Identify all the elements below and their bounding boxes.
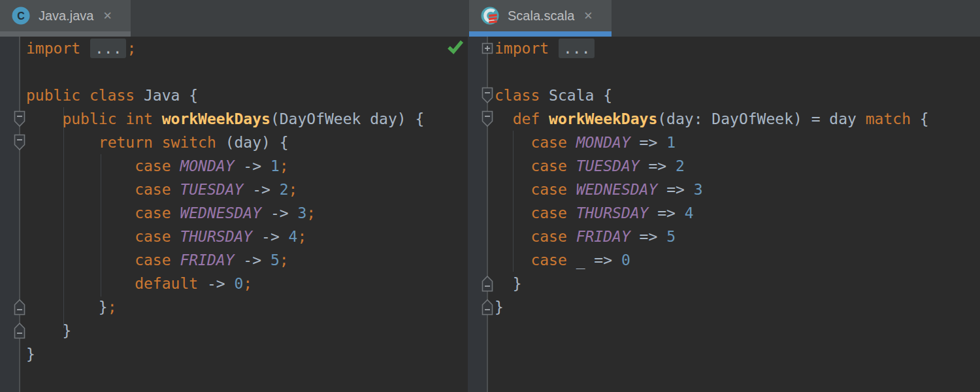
code-line[interactable]: case WEDNESDAY => 3 (495, 178, 980, 201)
code-token: ; (280, 252, 289, 269)
editor-tab-bar: C Java.java ✕ (0, 0, 468, 37)
svg-text:C: C (17, 10, 25, 22)
code-token: 5 (270, 252, 280, 269)
tab-label: Java.java (39, 8, 94, 24)
code-token: 4 (685, 204, 694, 221)
code-line[interactable]: case TUESDAY => 2 (495, 154, 980, 178)
code-token: } (26, 346, 35, 363)
code-area[interactable]: import ...class Scala { def workWeekDays… (489, 37, 980, 392)
tab-scala[interactable]: Scala.scala ✕ (469, 0, 612, 37)
code-line[interactable]: case _ => 0 (495, 248, 980, 272)
code-line[interactable]: public int workWeekDays(DayOfWeek day) { (26, 107, 468, 131)
code-line[interactable]: return switch (day) { (26, 131, 468, 154)
code-token: (DayOfWeek day) { (270, 110, 424, 127)
code-token: -> (261, 228, 289, 245)
close-icon[interactable]: ✕ (583, 10, 593, 22)
code-token: MONDAY (576, 134, 640, 151)
code-token: case (531, 204, 576, 221)
code-line[interactable] (495, 60, 980, 84)
code-line[interactable]: case FRIDAY => 5 (495, 225, 980, 248)
tab-label: Scala.scala (508, 8, 574, 24)
code-token: case (531, 228, 576, 245)
code-token: { (911, 110, 929, 127)
code-line[interactable]: case MONDAY -> 1; (26, 154, 468, 178)
code-line[interactable]: } (495, 295, 980, 319)
code-line[interactable]: case WEDNESDAY -> 3; (26, 201, 468, 225)
code-token: -> (243, 157, 270, 174)
code-token: def (513, 110, 549, 127)
code-token: WEDNESDAY (576, 181, 666, 198)
code-line[interactable]: case TUESDAY -> 2; (26, 178, 468, 201)
tab-body[interactable]: C Java.java ✕ (0, 0, 131, 31)
code-token: ; (297, 228, 306, 245)
code-token: 4 (289, 228, 298, 245)
code-token: case (531, 181, 576, 198)
code-token: } (495, 275, 522, 292)
code-line[interactable]: } (26, 319, 468, 342)
code-line[interactable]: case FRIDAY -> 5; (26, 248, 468, 272)
code-area[interactable]: import ...;public class Java { public in… (22, 37, 468, 392)
code-token: ; (289, 181, 298, 198)
code-line[interactable]: default -> 0; (26, 272, 468, 295)
code-token: -> (207, 275, 235, 292)
editor-java[interactable]: import ...;public class Java { public in… (0, 37, 468, 392)
tab-java[interactable]: C Java.java ✕ (0, 0, 131, 37)
code-line[interactable]: case THURSDAY => 4 (495, 201, 980, 225)
code-token: ; (280, 157, 289, 174)
code-token: return switch (99, 134, 225, 151)
code-token: -> (270, 204, 298, 221)
folded-code-region[interactable]: ... (559, 39, 595, 58)
code-token: case (135, 181, 180, 198)
code-token: => (648, 157, 676, 174)
code-token (26, 252, 135, 269)
code-line[interactable]: } (495, 272, 980, 295)
code-token: import (26, 40, 90, 57)
code-token (495, 157, 531, 174)
code-line[interactable]: class Scala { (495, 84, 980, 107)
code-token: -> (243, 252, 270, 269)
tab-body[interactable]: Scala.scala ✕ (469, 0, 612, 31)
code-token (26, 157, 135, 174)
code-line[interactable]: import ...; (26, 37, 468, 60)
code-token: default (135, 275, 207, 292)
code-token: TUESDAY (576, 157, 649, 174)
code-line[interactable]: case THURSDAY -> 4; (26, 225, 468, 248)
code-token: 3 (297, 204, 306, 221)
code-token: 1 (270, 157, 280, 174)
editor-scala[interactable]: import ...class Scala { def workWeekDays… (468, 37, 980, 392)
editor-tab-bar: Scala.scala ✕ (468, 0, 980, 37)
code-token (495, 181, 531, 198)
code-token: THURSDAY (576, 204, 658, 221)
code-token: case (531, 252, 576, 269)
inspections-ok-icon[interactable] (447, 38, 464, 55)
code-line[interactable]: import ... (495, 37, 980, 60)
pane-splitter[interactable] (466, 0, 469, 392)
code-line[interactable]: }; (26, 295, 468, 319)
code-token: 2 (280, 181, 289, 198)
code-token: case (531, 157, 576, 174)
code-token: => (657, 204, 685, 221)
code-token: } (495, 299, 504, 316)
code-token: ; (243, 275, 252, 292)
code-token: case (135, 157, 180, 174)
code-token: match (866, 110, 911, 127)
scala-class-icon (481, 7, 499, 25)
code-token: ; (127, 40, 136, 57)
ide-split-editor: C Java.java ✕ import ...;public class Ja… (0, 0, 980, 392)
code-token: 2 (676, 157, 685, 174)
active-tab-underline (469, 31, 612, 37)
code-line[interactable]: def workWeekDays(day: DayOfWeek) = day m… (495, 107, 980, 131)
code-token: THURSDAY (180, 228, 261, 245)
code-line[interactable]: } (26, 342, 468, 366)
code-token: FRIDAY (180, 252, 243, 269)
code-line[interactable] (26, 60, 468, 84)
code-token (495, 110, 513, 127)
code-token: 0 (235, 275, 244, 292)
folded-code-region[interactable]: ... (90, 39, 127, 58)
code-token: } (26, 299, 108, 316)
code-line[interactable]: public class Java { (26, 84, 468, 107)
code-token: 3 (694, 181, 703, 198)
code-token: case (135, 252, 180, 269)
code-line[interactable]: case MONDAY => 1 (495, 131, 980, 154)
close-icon[interactable]: ✕ (103, 10, 112, 22)
